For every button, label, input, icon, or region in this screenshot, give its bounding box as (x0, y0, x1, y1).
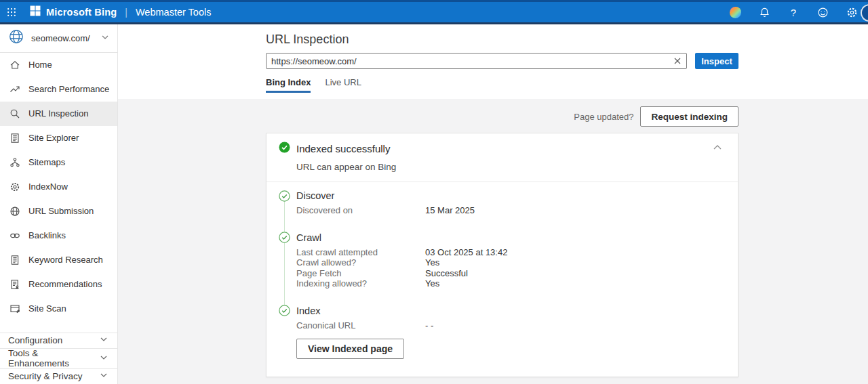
profile-avatar[interactable] (861, 4, 868, 22)
check-outline-icon (279, 305, 290, 316)
row-value: - - (425, 320, 433, 331)
sidebar-item-label: Home (28, 60, 52, 70)
section-title: Index (296, 305, 320, 316)
sidebar-item-indexnow[interactable]: IndexNow (0, 175, 117, 199)
sidebar-section-security-privacy[interactable]: Security & Privacy (0, 368, 117, 384)
detail-row: Page Fetch Successful (296, 268, 726, 279)
sidebar-item-keyword-research[interactable]: Keyword Research (0, 248, 117, 272)
row-label: Canonical URL (296, 320, 425, 331)
sidebar-item-label: Sitemaps (28, 157, 65, 167)
row-label: Discovered on (296, 205, 425, 216)
page-updated-label: Page updated? (574, 112, 633, 122)
link-icon (9, 230, 20, 241)
brand[interactable]: Microsoft Bing | Webmaster Tools (30, 5, 211, 19)
row-value: 15 Mar 2025 (425, 205, 475, 216)
topbar: Microsoft Bing | Webmaster Tools ? (0, 0, 868, 24)
chevron-down-icon (101, 32, 109, 44)
result-timeline: Discover Discovered on 15 Mar 2025 (267, 182, 738, 359)
gear-icon (9, 181, 20, 192)
check-outline-icon (279, 232, 290, 243)
sidebar-item-recommendations[interactable]: Recommendations (0, 272, 117, 297)
document-text-icon (9, 254, 20, 265)
home-icon (9, 59, 20, 70)
timeline-rail (284, 196, 285, 307)
sidebar-item-backlinks[interactable]: Backlinks (0, 223, 117, 248)
row-value: Yes (425, 257, 439, 268)
sidebar-item-search-performance[interactable]: Search Performance (0, 77, 117, 102)
status-subtitle: URL can appear on Bing (296, 162, 724, 173)
detail-row: Discovered on 15 Mar 2025 (296, 205, 726, 216)
page-title: URL Inspection (266, 24, 738, 47)
status-title: Indexed successfully (296, 143, 390, 154)
sidebar-item-url-submission[interactable]: URL Submission (0, 199, 117, 223)
brand-separator: | (125, 7, 127, 18)
sidebar-item-site-explorer[interactable]: Site Explorer (0, 126, 117, 150)
notifications-bell-icon[interactable] (757, 5, 771, 19)
section-index: Index Canonical URL - - (279, 305, 726, 331)
sidebar-item-label: IndexNow (28, 182, 68, 192)
inspect-button[interactable]: Inspect (695, 53, 738, 69)
row-value: Yes (425, 278, 439, 289)
row-value: 03 Oct 2025 at 13:42 (425, 247, 507, 258)
row-value: Successful (425, 268, 468, 279)
result-tabs: Bing Index Live URL (266, 77, 738, 93)
globe-small-icon (9, 205, 20, 217)
product-name: Webmaster Tools (136, 7, 211, 18)
sidebar-item-label: Backlinks (28, 230, 66, 240)
sidebar-item-label: URL Submission (28, 206, 94, 216)
sidebar-item-label: URL Inspection (28, 108, 88, 119)
check-outline-icon (279, 190, 290, 202)
section-label: Security & Privacy (8, 371, 100, 381)
tab-live-url[interactable]: Live URL (325, 77, 361, 93)
url-input[interactable] (266, 53, 687, 69)
sidebar-item-home[interactable]: Home (0, 53, 117, 77)
detail-row: Indexing allowed? Yes (296, 278, 726, 289)
sidebar-item-label: Recommendations (28, 279, 102, 289)
detail-row: Crawl allowed? Yes (296, 257, 726, 268)
sidebar-item-label: Keyword Research (28, 255, 103, 265)
chevron-down-icon (100, 354, 108, 364)
section-crawl: Crawl Last crawl attempted 03 Oct 2025 a… (279, 232, 726, 289)
globe-icon (8, 28, 24, 47)
result-status-header: Indexed successfully URL can appear on B… (267, 133, 738, 182)
topbar-actions: ? (728, 5, 861, 19)
main-header: URL Inspection Inspect (118, 24, 868, 99)
detail-row: Last crawl attempted 03 Oct 2025 at 13:4… (296, 247, 726, 258)
sidebar-item-label: Site Explorer (28, 133, 79, 143)
sidebar-section-tools-enhancements[interactable]: Tools & Enhancements (0, 348, 117, 368)
section-discover: Discover Discovered on 15 Mar 2025 (279, 190, 726, 216)
settings-gear-icon[interactable] (845, 5, 859, 19)
sidebar-nav: Home Search Performance (0, 53, 117, 321)
document-person-icon (9, 278, 20, 290)
request-indexing-button[interactable]: Request indexing (640, 106, 738, 127)
sidebar-item-url-inspection[interactable]: URL Inspection (0, 102, 117, 126)
sidebar: seomeow.com/ Home (0, 24, 118, 384)
feedback-smiley-icon[interactable] (816, 5, 829, 19)
row-label: Last crawl attempted (296, 247, 425, 258)
content-area: Page updated? Request indexing (118, 99, 868, 384)
inspection-result-panel: Indexed successfully URL can appear on B… (266, 133, 738, 377)
browser-scan-icon (9, 303, 20, 314)
brand-name: Microsoft Bing (46, 7, 117, 18)
clear-input-icon[interactable] (672, 56, 683, 66)
sidebar-item-sitemaps[interactable]: Sitemaps (0, 150, 117, 175)
row-label: Indexing allowed? (296, 278, 425, 289)
app-launcher-waffle-icon[interactable] (0, 2, 23, 22)
sitemap-hierarchy-icon (9, 156, 20, 168)
site-name: seomeow.com/ (31, 33, 94, 43)
sidebar-item-site-scan[interactable]: Site Scan (0, 297, 117, 321)
site-selector[interactable]: seomeow.com/ (0, 24, 117, 53)
microsoft-logo-icon (30, 5, 41, 19)
page: Microsoft Bing | Webmaster Tools ? (0, 0, 868, 384)
collapse-chevron-up-icon[interactable] (712, 142, 723, 153)
sidebar-section-configuration[interactable]: Configuration (0, 333, 117, 348)
row-label: Crawl allowed? (296, 257, 425, 268)
tab-bing-index[interactable]: Bing Index (266, 77, 311, 93)
copilot-icon[interactable] (728, 5, 742, 19)
sidebar-item-label: Search Performance (28, 84, 109, 94)
main-area: URL Inspection Inspect (118, 24, 868, 384)
section-title: Crawl (296, 232, 321, 243)
help-icon[interactable]: ? (787, 5, 800, 19)
view-indexed-page-button[interactable]: View Indexed page (296, 339, 404, 359)
success-check-icon (279, 142, 290, 156)
